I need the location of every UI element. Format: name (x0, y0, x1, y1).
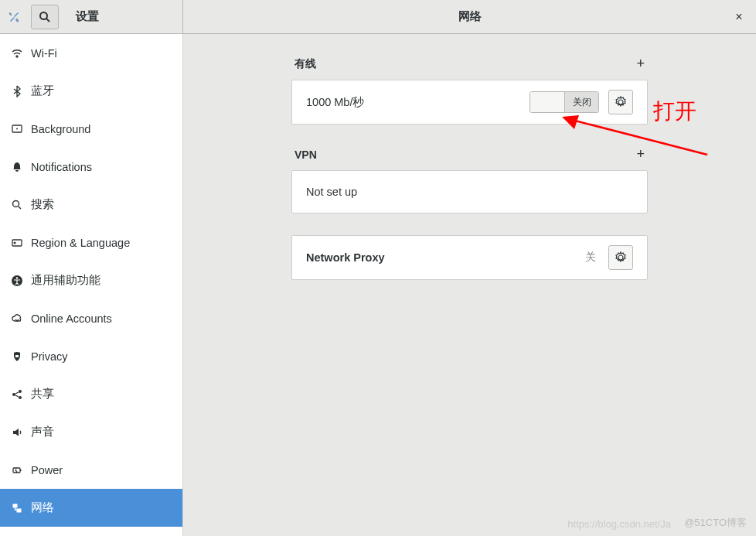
tools-icon (0, 11, 28, 23)
sidebar-item-label: Notifications (31, 161, 92, 173)
vpn-section: VPN + Not set up (291, 146, 648, 213)
sidebar-item-region[interactable]: Region & Language (0, 224, 182, 261)
region-icon (8, 237, 26, 249)
sidebar: Wi-Fi 蓝牙 Background Notifications 搜索 Reg… (0, 34, 183, 536)
proxy-status: 关 (585, 251, 596, 265)
svg-rect-16 (13, 504, 17, 507)
gear-icon (615, 96, 627, 108)
sound-icon (8, 426, 26, 439)
sidebar-item-sound[interactable]: 声音 (0, 413, 182, 451)
sidebar-item-label: Power (31, 464, 63, 476)
accessibility-icon (8, 275, 26, 287)
headerbar-right: 网络 × (183, 0, 756, 33)
svg-point-7 (14, 241, 16, 244)
gear-icon (615, 251, 627, 264)
settings-title: 设置 (76, 9, 99, 24)
sidebar-item-label: Online Accounts (31, 312, 112, 325)
headerbar: 设置 网络 × (0, 0, 756, 34)
wired-toggle[interactable]: 关闭 (530, 91, 599, 113)
wifi-icon (8, 47, 26, 60)
sidebar-item-label: 声音 (31, 425, 54, 439)
proxy-section: Network Proxy 关 (291, 235, 648, 280)
svg-point-11 (12, 393, 15, 396)
sidebar-item-bluetooth[interactable]: 蓝牙 (0, 72, 182, 110)
svg-point-13 (19, 396, 22, 399)
wired-section: 有线 + 1000 Mb/秒 关闭 (291, 56, 648, 125)
wired-title: 有线 (295, 57, 316, 71)
sidebar-item-label: Background (31, 123, 90, 135)
sidebar-item-label: 通用辅助功能 (31, 273, 100, 288)
svg-point-9 (16, 277, 18, 278)
wired-speed: 1000 Mb/秒 (306, 95, 530, 110)
headerbar-left: 设置 (0, 0, 183, 33)
svg-rect-15 (20, 469, 22, 471)
proxy-title: Network Proxy (306, 251, 585, 264)
add-vpn-button[interactable]: + (636, 146, 645, 162)
sidebar-item-label: Region & Language (31, 237, 130, 249)
svg-line-1 (46, 19, 49, 22)
sidebar-item-label: 蓝牙 (31, 84, 54, 98)
toggle-off-half: 关闭 (564, 92, 598, 112)
privacy-icon (8, 350, 26, 363)
svg-rect-10 (15, 355, 19, 357)
svg-point-12 (19, 390, 22, 393)
search-icon (8, 199, 26, 211)
sidebar-item-label: 搜索 (31, 197, 54, 212)
svg-point-4 (13, 200, 19, 207)
sidebar-item-label: 网络 (31, 500, 54, 515)
wired-panel: 1000 Mb/秒 关闭 (291, 80, 648, 125)
sidebar-item-label: Privacy (31, 350, 68, 363)
vpn-status: Not set up (306, 186, 633, 198)
close-button[interactable]: × (728, 6, 750, 28)
sidebar-item-power[interactable]: Power (0, 451, 182, 489)
svg-point-0 (40, 12, 47, 19)
background-icon (8, 123, 26, 135)
sidebar-item-online-accounts[interactable]: Online Accounts (0, 299, 182, 337)
search-button[interactable] (31, 5, 59, 29)
toggle-on-half (530, 92, 564, 112)
svg-point-3 (16, 128, 18, 129)
sidebar-item-search[interactable]: 搜索 (0, 186, 182, 224)
sidebar-item-privacy[interactable]: Privacy (0, 337, 182, 375)
bell-icon (8, 161, 26, 173)
sidebar-item-notifications[interactable]: Notifications (0, 148, 182, 186)
content-area: 有线 + 1000 Mb/秒 关闭 VPN + (183, 34, 756, 536)
wired-settings-button[interactable] (608, 90, 633, 114)
power-icon (8, 464, 26, 476)
page-title: 网络 (458, 9, 482, 24)
sidebar-item-accessibility[interactable]: 通用辅助功能 (0, 261, 182, 299)
sidebar-item-label: Wi-Fi (31, 47, 57, 60)
svg-rect-17 (17, 509, 21, 512)
network-icon (8, 502, 26, 514)
vpn-title: VPN (295, 149, 317, 161)
add-wired-button[interactable]: + (636, 56, 645, 72)
sidebar-item-network[interactable]: 网络 (0, 489, 182, 527)
vpn-panel: Not set up (291, 170, 648, 213)
close-icon: × (735, 10, 742, 24)
sidebar-item-sharing[interactable]: 共享 (0, 375, 182, 413)
proxy-panel[interactable]: Network Proxy 关 (291, 235, 648, 280)
sidebar-item-background[interactable]: Background (0, 110, 182, 148)
bluetooth-icon (8, 85, 26, 97)
share-icon (8, 388, 26, 401)
proxy-settings-button[interactable] (608, 245, 633, 270)
svg-line-5 (19, 207, 21, 209)
sidebar-item-wifi[interactable]: Wi-Fi (0, 34, 182, 72)
cloud-icon (8, 312, 26, 325)
sidebar-item-label: 共享 (31, 387, 54, 401)
